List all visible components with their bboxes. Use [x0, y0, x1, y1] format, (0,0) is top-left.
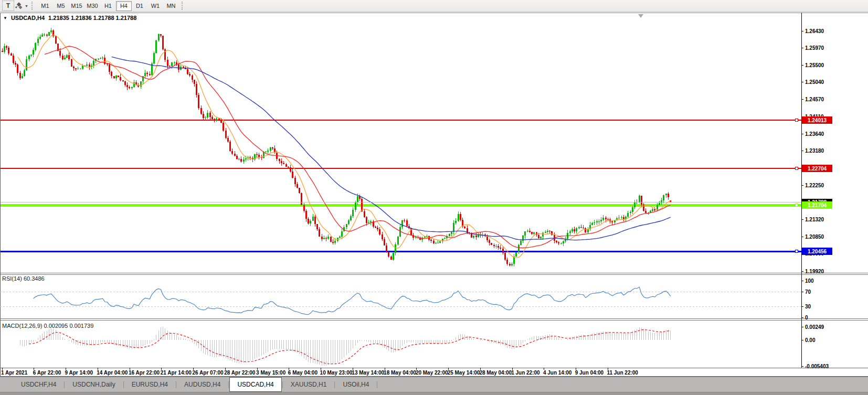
svg-text:1.25500: 1.25500 — [805, 62, 824, 68]
svg-text:30: 30 — [805, 304, 811, 309]
medium-ma-line — [45, 46, 671, 248]
timeframe-toolbar: M1M5M15M30H1H4D1W1MN — [37, 1, 179, 11]
crosshair-tool-icon — [15, 2, 23, 10]
svg-text:1.26430: 1.26430 — [805, 28, 824, 34]
svg-text:14 Apr 04:00: 14 Apr 04:00 — [97, 370, 128, 376]
chart-symbol-label: USDCAD,H4 — [11, 15, 45, 21]
svg-text:3 May 15:00: 3 May 15:00 — [256, 370, 286, 376]
svg-text:70: 70 — [805, 289, 811, 295]
svg-text:6 May 04:00: 6 May 04:00 — [288, 370, 318, 376]
tab-separator — [64, 381, 65, 388]
chart-title[interactable]: ▼ USDCAD,H4 1.21835 1.21836 1.21788 1.21… — [3, 15, 136, 21]
time-axis[interactable]: 1 Apr 20216 Apr 22:009 Apr 14:0014 Apr 0… — [1, 368, 638, 376]
svg-text:-0.005403: -0.005403 — [805, 364, 829, 369]
timeframe-button-mn[interactable]: MN — [163, 1, 179, 11]
tab-xauusd-h1[interactable]: XAUUSD,H1 — [283, 378, 334, 391]
macd-indicator-label: MACD(12,26,9) 0.002095 0.001739 — [2, 323, 93, 329]
svg-text:20 May 22:00: 20 May 22:00 — [416, 370, 448, 376]
tab-separator — [123, 381, 124, 388]
tab-eurusd-h4[interactable]: EURUSD,H4 — [124, 378, 175, 391]
svg-text:1 Apr 2021: 1 Apr 2021 — [1, 370, 28, 376]
object-handles[interactable] — [795, 119, 798, 253]
svg-text:1.20850: 1.20850 — [805, 234, 824, 240]
svg-text:11 Jun 22:00: 11 Jun 22:00 — [607, 370, 638, 376]
svg-text:1 Jun 22:00: 1 Jun 22:00 — [511, 370, 540, 376]
chart-ohlc-values: 1.21835 1.21836 1.21788 1.21788 — [48, 15, 136, 21]
rsi-indicator-label: RSI(14) 60.3486 — [2, 275, 45, 282]
svg-text:16 Apr 22:00: 16 Apr 22:00 — [129, 370, 160, 376]
tab-usdchf-h4[interactable]: USDCHF,H4 — [14, 378, 63, 391]
panel-separators[interactable] — [0, 13, 868, 377]
price-axis[interactable]: 1.264301.259701.255001.250401.245701.241… — [801, 13, 829, 369]
svg-text:1.24013: 1.24013 — [808, 118, 827, 123]
svg-text:1.20456: 1.20456 — [808, 249, 827, 254]
svg-text:1.21320: 1.21320 — [805, 217, 824, 222]
cursor-tool-button[interactable]: ▼ — [15, 1, 28, 10]
timeframe-button-d1[interactable]: D1 — [132, 1, 147, 11]
hline-handle-support-blue — [795, 250, 798, 253]
svg-text:9 Apr 14:00: 9 Apr 14:00 — [65, 370, 93, 376]
timeframe-button-m1[interactable]: M1 — [37, 1, 53, 11]
svg-text:26 Apr 07:00: 26 Apr 07:00 — [193, 370, 224, 376]
text-tool-icon: T — [6, 2, 10, 9]
svg-text:28 Apr 22:00: 28 Apr 22:00 — [224, 370, 256, 376]
svg-text:0.00: 0.00 — [805, 337, 816, 343]
moving-averages — [18, 35, 671, 258]
svg-text:1.22704: 1.22704 — [808, 166, 827, 172]
svg-text:1.23180: 1.23180 — [805, 148, 824, 154]
svg-text:1.22250: 1.22250 — [805, 183, 824, 188]
rsi-panel — [0, 287, 801, 315]
timeframe-button-m30[interactable]: M30 — [84, 1, 100, 11]
svg-text:10 May 23:00: 10 May 23:00 — [320, 370, 353, 376]
tab-separator — [334, 381, 335, 388]
svg-text:18 May 04:00: 18 May 04:00 — [384, 370, 416, 376]
svg-text:1.23640: 1.23640 — [805, 131, 824, 137]
hline-handle-resistance-lower — [795, 167, 798, 170]
hline-handle-resistance-upper — [795, 119, 798, 122]
chart-tab-bar: USDCHF,H4USDCNH,DailyEURUSD,H4AUDUSD,H4U… — [0, 377, 868, 395]
toolbar-grip[interactable] — [182, 2, 184, 10]
tab-separator — [282, 381, 283, 388]
slow-ma-line — [112, 57, 671, 240]
timeframe-button-h1[interactable]: H1 — [100, 1, 116, 11]
tab-audusd-h4[interactable]: AUDUSD,H4 — [177, 378, 228, 391]
svg-text:0.00249: 0.00249 — [805, 324, 824, 330]
tab-separator — [377, 381, 377, 388]
candlestick-series[interactable] — [2, 28, 672, 267]
svg-text:28 May 04:00: 28 May 04:00 — [479, 370, 512, 376]
tab-bar-bottom-strip — [0, 392, 868, 395]
svg-text:0: 0 — [805, 315, 808, 321]
svg-text:13 May 14:00: 13 May 14:00 — [352, 370, 384, 376]
macd-panel — [20, 327, 671, 366]
symbol-dropdown-caret-icon: ▼ — [3, 16, 7, 20]
tab-usoil-h4[interactable]: USOil,H4 — [335, 378, 376, 391]
svg-text:1.19920: 1.19920 — [805, 269, 824, 274]
svg-text:9 Jun 04:00: 9 Jun 04:00 — [575, 370, 604, 376]
svg-text:1.25040: 1.25040 — [805, 79, 824, 85]
text-tool-button[interactable]: T — [2, 1, 14, 11]
tab-usdcnh-daily[interactable]: USDCNH,Daily — [65, 378, 122, 391]
fast-ma-line — [18, 35, 671, 258]
timeframe-button-h4[interactable]: H4 — [116, 1, 132, 11]
timeframe-button-m5[interactable]: M5 — [53, 1, 69, 11]
toolbar-grip[interactable] — [31, 2, 34, 10]
svg-text:1.24570: 1.24570 — [805, 97, 824, 102]
chart-canvas[interactable]: 1.264301.259701.255001.250401.245701.241… — [0, 13, 868, 377]
chart-shift-marker — [638, 14, 643, 18]
tab-separator — [228, 381, 229, 388]
svg-text:25 May 14:00: 25 May 14:00 — [448, 370, 480, 376]
svg-text:21 Apr 14:00: 21 Apr 14:00 — [161, 370, 192, 376]
dropdown-caret-icon: ▼ — [25, 4, 28, 8]
tab-usdcad-h4[interactable]: USDCAD,H4 — [229, 377, 281, 392]
timeframe-button-m15[interactable]: M15 — [69, 1, 84, 11]
svg-text:6 Apr 22:00: 6 Apr 22:00 — [33, 370, 61, 376]
toolbar: T ▼ M1M5M15M30H1H4D1W1MN — [0, 0, 868, 12]
svg-text:1.25970: 1.25970 — [805, 45, 824, 51]
rsi-line — [34, 287, 671, 315]
svg-text:1.21704: 1.21704 — [808, 202, 827, 208]
svg-text:4 Jun 14:00: 4 Jun 14:00 — [543, 370, 572, 376]
tab-separator — [176, 381, 176, 388]
chart-tabs: USDCHF,H4USDCNH,DailyEURUSD,H4AUDUSD,H4U… — [0, 377, 868, 392]
timeframe-button-w1[interactable]: W1 — [147, 1, 163, 11]
chart-window: ▼ USDCAD,H4 1.21835 1.21836 1.21788 1.21… — [0, 13, 868, 377]
